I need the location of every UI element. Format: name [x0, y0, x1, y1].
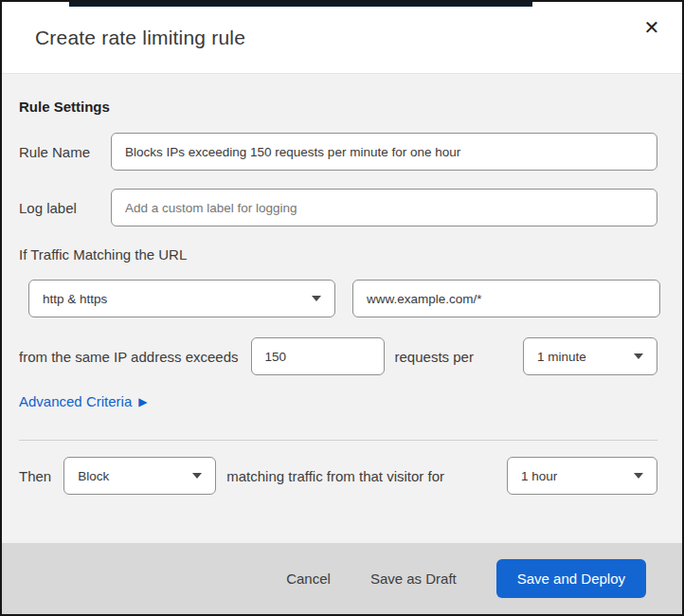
request-count-input[interactable]: [251, 337, 385, 375]
rule-name-label: Rule Name: [19, 144, 111, 160]
close-icon[interactable]: ✕: [636, 11, 668, 44]
log-label-input[interactable]: [111, 189, 657, 226]
advanced-criteria-label: Advanced Criteria: [19, 393, 132, 409]
action-row: Then Block matching traffic from that vi…: [19, 457, 657, 495]
threshold-connector-text: requests per: [395, 349, 474, 365]
duration-dropdown[interactable]: 1 hour: [507, 457, 657, 495]
action-dropdown-value: Block: [78, 469, 109, 483]
modal-title: Create rate limiting rule: [35, 27, 245, 49]
traffic-match-heading: If Traffic Matching the URL: [19, 246, 657, 263]
cancel-button[interactable]: Cancel: [286, 571, 331, 587]
modal-body: Rule Settings Rule Name Log label If Tra…: [2, 99, 682, 495]
log-label-row: Log label: [19, 189, 657, 226]
period-dropdown[interactable]: 1 minute: [523, 337, 657, 375]
background-page-edge: [69, 2, 532, 7]
rule-name-input[interactable]: [111, 133, 657, 171]
action-prefix-text: Then: [19, 468, 51, 484]
url-pattern-input[interactable]: [352, 280, 660, 317]
threshold-row: from the same IP address exceeds request…: [19, 337, 657, 375]
duration-dropdown-value: 1 hour: [521, 469, 557, 483]
action-dropdown[interactable]: Block: [63, 457, 216, 495]
chevron-down-icon: [634, 353, 643, 359]
create-rate-limiting-rule-modal: Create rate limiting rule ✕ Rule Setting…: [0, 0, 684, 616]
save-and-deploy-button[interactable]: Save and Deploy: [496, 559, 646, 598]
modal-footer: Cancel Save as Draft Save and Deploy: [2, 543, 682, 614]
section-divider: [19, 440, 657, 441]
threshold-prefix-text: from the same IP address exceeds: [19, 349, 239, 365]
rule-settings-heading: Rule Settings: [19, 99, 657, 115]
period-dropdown-value: 1 minute: [537, 350, 586, 364]
log-label-label: Log label: [19, 200, 111, 216]
chevron-down-icon: [192, 473, 202, 479]
chevron-down-icon: [634, 473, 643, 479]
scheme-dropdown-value: http & https: [43, 292, 107, 306]
modal-header: Create rate limiting rule ✕: [2, 2, 682, 74]
action-connector-text: matching traffic from that visitor for: [226, 468, 444, 484]
rule-name-row: Rule Name: [19, 133, 657, 171]
scheme-dropdown[interactable]: http & https: [28, 280, 335, 317]
expand-right-icon: ▶: [138, 396, 147, 408]
traffic-match-row: http & https: [28, 280, 657, 317]
save-as-draft-button[interactable]: Save as Draft: [370, 571, 457, 587]
advanced-criteria-link[interactable]: Advanced Criteria ▶: [19, 393, 147, 409]
chevron-down-icon: [312, 296, 321, 301]
